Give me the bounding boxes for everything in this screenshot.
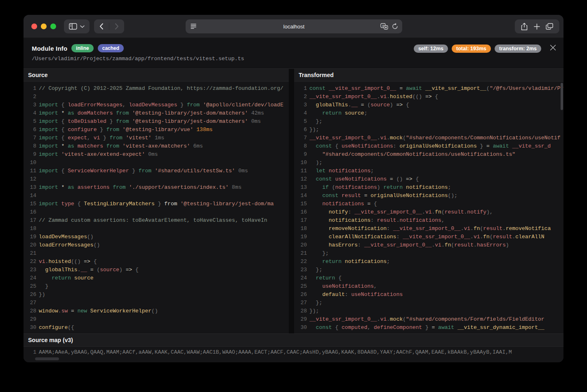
- code-token: ();: [448, 192, 457, 200]
- code-token: '@testing-library/jest-dom/ma: [180, 200, 273, 208]
- code-token: type: [61, 200, 78, 208]
- code-token: *: [61, 109, 68, 117]
- code-token: =: [361, 192, 370, 200]
- address-bar[interactable]: localhost A: [186, 19, 402, 33]
- line-number: 5: [294, 117, 307, 126]
- code-token: {: [335, 324, 342, 332]
- code-token: .: [58, 307, 61, 315]
- vertical-scrollbar[interactable]: [561, 83, 563, 110]
- tabs-overview-icon[interactable]: [546, 23, 553, 30]
- line-number: 3: [24, 101, 36, 109]
- code-token: .: [377, 134, 380, 142]
- code-token: "#shared/components/CommonNotifications/…: [322, 150, 515, 159]
- code-line: 24 return source: [24, 274, 289, 282]
- code-token: =>: [84, 258, 93, 266]
- reload-icon[interactable]: [392, 23, 398, 30]
- code-token: (: [403, 134, 406, 142]
- code-token: }: [100, 134, 109, 142]
- page-format-icon[interactable]: [190, 23, 197, 29]
- code-token: 'vitest-axe/matchers': [123, 142, 190, 150]
- code-token: window: [39, 307, 58, 315]
- code-token: (: [480, 225, 483, 233]
- code-token: source: [100, 266, 119, 274]
- code-line: 8 const { useNotifications: originalUseN…: [294, 142, 563, 150]
- code-token: =: [87, 266, 97, 274]
- code-token: useNotifications: [322, 282, 374, 291]
- code-token: matchers: [78, 142, 106, 150]
- code-token: [309, 299, 316, 307]
- forward-button[interactable]: [109, 19, 124, 33]
- code-token: .: [431, 208, 435, 216]
- code-line: 4 return source;: [294, 109, 563, 117]
- code-token: ServiceWorkerHelper: [90, 307, 151, 315]
- code-token: from: [164, 200, 180, 208]
- line-number: 21: [24, 249, 36, 258]
- code-token: .: [387, 134, 390, 142]
- line-number: 18: [24, 225, 36, 233]
- translate-icon[interactable]: A: [380, 23, 388, 30]
- code-line: 19loadDevMessages(): [24, 233, 289, 241]
- code-token: __: [351, 101, 358, 109]
- code-token: loadDevMessages: [129, 101, 177, 109]
- code-token: useNotifications: [351, 291, 403, 299]
- close-window-button[interactable]: [31, 23, 37, 29]
- horizontal-scrollbar[interactable]: [35, 357, 59, 360]
- code-token: {: [78, 200, 84, 208]
- code-token: import: [39, 134, 61, 142]
- transformed-code: 1const __vite_ssr_import_0__ = await __v…: [294, 82, 563, 333]
- panel-divider[interactable]: [289, 69, 294, 333]
- code-token: __vite_ssr_import_0__: [309, 93, 377, 101]
- code-token: (: [97, 266, 100, 274]
- line-number: 23: [24, 266, 36, 274]
- code-token: ,: [87, 134, 94, 142]
- cached-badge: cached: [98, 44, 124, 52]
- code-token: {: [135, 266, 139, 274]
- line-number: 11: [294, 167, 307, 175]
- code-line: 2__vite_ssr_import_0__.vi.hoisted(() => …: [294, 93, 563, 101]
- code-token: {: [435, 93, 438, 101]
- close-button[interactable]: [548, 42, 558, 52]
- code-line: 13import * as assertions from './support…: [24, 183, 289, 192]
- back-button[interactable]: [94, 19, 109, 33]
- code-token: vi: [435, 241, 441, 249]
- zoom-window-button[interactable]: [50, 23, 56, 29]
- new-tab-icon[interactable]: [534, 23, 540, 30]
- line-number: 16: [294, 208, 307, 216]
- code-token: .: [377, 93, 380, 101]
- chevron-down-icon: [80, 25, 85, 28]
- code-token: ): [506, 241, 509, 249]
- code-token: expect: [68, 134, 87, 142]
- code-line: 5import { toBeDisabled } from '@testing-…: [24, 117, 289, 126]
- code-line: 17// Zammad custom assertions: toBeAvata…: [24, 216, 289, 225]
- code-line: 29__vite_ssr_import_0__.vi.mock("#shared…: [294, 315, 563, 324]
- line-number: 20: [24, 241, 36, 249]
- code-token: ;: [387, 258, 390, 266]
- code-token: [309, 192, 322, 200]
- sidebar-toggle-button[interactable]: [64, 19, 90, 33]
- code-token: notifications: [335, 183, 377, 192]
- code-token: :: [387, 225, 393, 233]
- line-number: 20: [294, 241, 307, 249]
- line-number: 30: [294, 324, 307, 332]
- code-token: vi: [425, 208, 432, 216]
- code-token: const: [322, 192, 342, 200]
- code-token: [309, 175, 316, 183]
- code-token: '@apollo/client/dev/loadE: [203, 101, 283, 109]
- minimize-window-button[interactable]: [41, 23, 47, 29]
- code-token: ,: [441, 216, 445, 225]
- transformed-panel: Transformed 1const __vite_ssr_import_0__…: [294, 69, 563, 333]
- share-icon[interactable]: [521, 23, 528, 31]
- code-token: const: [316, 175, 335, 183]
- code-token: }: [422, 324, 431, 332]
- code-token: import: [39, 167, 61, 175]
- code-token: vi: [474, 233, 480, 241]
- code-token: __vite_ssr_import_0__: [309, 315, 377, 324]
- code-token: [309, 282, 322, 291]
- code-token: };: [316, 299, 323, 307]
- line-number: 24: [24, 274, 36, 282]
- code-token: 8ms: [229, 183, 241, 192]
- code-token: default: [322, 291, 345, 299]
- code-line: 23 globalThis.__ = (source) => {: [24, 266, 289, 274]
- code-token: ;: [448, 183, 451, 192]
- code-line: 15import type { TestingLibraryMatchers }…: [24, 200, 289, 208]
